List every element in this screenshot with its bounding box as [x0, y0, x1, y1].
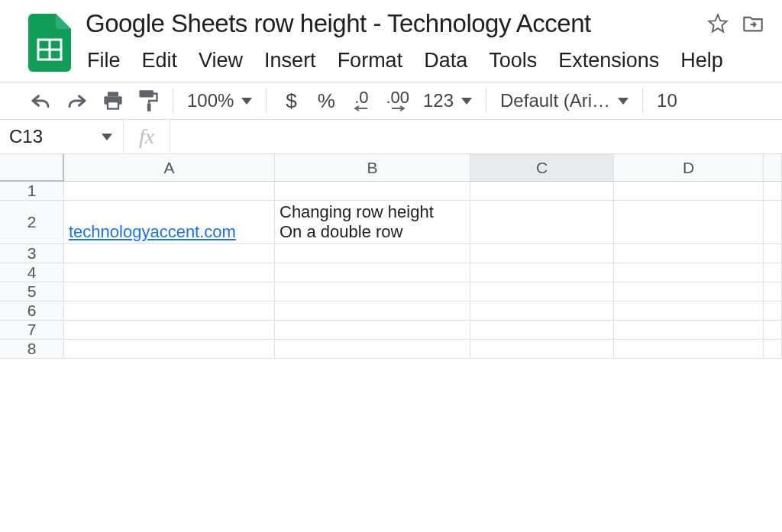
cell-b1[interactable]	[275, 182, 470, 201]
cell-c5[interactable]	[470, 282, 614, 301]
cell-a1[interactable]	[64, 182, 275, 201]
col-head-a[interactable]: A	[64, 154, 275, 182]
cell-e4[interactable]	[764, 263, 782, 282]
menu-bar: File Edit View Insert Format Data Tools …	[84, 41, 767, 79]
col-head-c[interactable]: C	[470, 154, 614, 182]
app-logo[interactable]	[15, 6, 84, 72]
decrease-decimal-button[interactable]: .0	[351, 89, 372, 113]
cell-a7[interactable]	[64, 321, 275, 340]
more-formats-dropdown[interactable]: 123	[423, 90, 472, 111]
arrow-left-icon	[354, 105, 368, 111]
cell-a6[interactable]	[64, 301, 275, 321]
menu-edit[interactable]: Edit	[142, 49, 178, 73]
font-family-dropdown[interactable]: Default (Ari…	[500, 90, 629, 111]
svg-rect-6	[139, 90, 153, 97]
row-head-3[interactable]: 3	[0, 244, 64, 263]
document-title[interactable]: Google Sheets row height - Technology Ac…	[84, 6, 593, 41]
paint-roller-icon	[138, 89, 158, 112]
cell-d8[interactable]	[614, 340, 764, 359]
cell-b3[interactable]	[275, 244, 470, 263]
cell-c8[interactable]	[470, 340, 614, 359]
col-head-b[interactable]: B	[275, 154, 470, 182]
menu-format[interactable]: Format	[338, 49, 403, 73]
cell-e1[interactable]	[764, 182, 782, 201]
formula-bar: C13 fx	[0, 119, 782, 154]
menu-file[interactable]: File	[87, 49, 121, 73]
cell-c7[interactable]	[470, 321, 614, 340]
print-button[interactable]	[102, 89, 124, 113]
paint-format-button[interactable]	[137, 89, 159, 113]
row-head-6[interactable]: 6	[0, 301, 64, 321]
cell-d4[interactable]	[614, 263, 764, 282]
cell-b6[interactable]	[275, 301, 470, 321]
cell-e7[interactable]	[764, 321, 782, 340]
col-head-d[interactable]: D	[614, 154, 764, 182]
cell-c6[interactable]	[470, 301, 614, 321]
cell-a4[interactable]	[64, 263, 275, 282]
row-head-2[interactable]: 2	[0, 201, 64, 244]
cell-a2[interactable]: technologyaccent.com	[64, 201, 275, 244]
cell-b8[interactable]	[275, 340, 470, 359]
header: Google Sheets row height - Technology Ac…	[0, 0, 782, 82]
cell-c4[interactable]	[470, 263, 614, 282]
menu-tools[interactable]: Tools	[489, 49, 537, 73]
cell-b5[interactable]	[275, 282, 470, 301]
undo-icon	[29, 92, 52, 110]
zoom-dropdown[interactable]: 100%	[187, 90, 252, 111]
format-percent-button[interactable]: %	[315, 89, 337, 113]
cell-e3[interactable]	[764, 244, 782, 263]
select-all-corner[interactable]	[0, 154, 64, 182]
cell-e6[interactable]	[764, 301, 782, 321]
cell-b4[interactable]	[275, 263, 470, 282]
fx-icon: fx	[124, 120, 170, 153]
toolbar: 100% $ % .0 .00 123 Default (Ari… 10	[0, 82, 782, 119]
cell-c2[interactable]	[470, 201, 614, 244]
cell-d3[interactable]	[614, 244, 764, 263]
cell-d2[interactable]	[614, 201, 764, 244]
cell-e5[interactable]	[764, 282, 782, 301]
chevron-down-icon	[241, 98, 252, 105]
cell-d5[interactable]	[614, 282, 764, 301]
row-head-1[interactable]: 1	[0, 182, 64, 201]
chevron-down-icon	[618, 98, 629, 105]
formula-input[interactable]	[170, 120, 782, 153]
svg-rect-7	[147, 103, 151, 111]
row-head-5[interactable]: 5	[0, 282, 64, 301]
redo-icon	[66, 92, 89, 110]
name-box[interactable]: C13	[0, 120, 124, 153]
cell-b7[interactable]	[275, 321, 470, 340]
menu-extensions[interactable]: Extensions	[558, 49, 659, 73]
col-head-e[interactable]	[764, 154, 782, 182]
cell-d6[interactable]	[614, 301, 764, 321]
cell-a8[interactable]	[64, 340, 275, 359]
cell-a5[interactable]	[64, 282, 275, 301]
cell-d7[interactable]	[614, 321, 764, 340]
cell-a3[interactable]	[64, 244, 275, 263]
row-head-7[interactable]: 7	[0, 321, 64, 340]
cell-b2[interactable]: Changing row height On a double row	[275, 201, 470, 244]
print-icon	[102, 91, 124, 111]
undo-button[interactable]	[29, 89, 52, 113]
row-head-4[interactable]: 4	[0, 263, 64, 282]
format-currency-button[interactable]: $	[280, 89, 302, 113]
sheets-icon	[28, 14, 71, 72]
font-size-input[interactable]: 10	[657, 90, 677, 111]
star-icon[interactable]	[707, 13, 729, 34]
cell-c3[interactable]	[470, 244, 614, 263]
menu-data[interactable]: Data	[424, 49, 467, 73]
cell-d1[interactable]	[614, 182, 764, 201]
link[interactable]: technologyaccent.com	[69, 222, 236, 242]
increase-decimal-button[interactable]: .00	[386, 89, 409, 113]
cell-e8[interactable]	[764, 340, 782, 359]
zoom-value: 100%	[187, 90, 234, 111]
spreadsheet-grid: A B C D 1 2 technologyaccent.com Changin…	[0, 154, 782, 359]
menu-insert[interactable]: Insert	[264, 49, 316, 73]
cell-e2[interactable]	[764, 201, 782, 244]
cell-c1[interactable]	[470, 182, 614, 201]
svg-rect-3	[108, 92, 118, 96]
redo-button[interactable]	[66, 89, 89, 113]
move-to-folder-icon[interactable]	[742, 13, 764, 34]
menu-view[interactable]: View	[199, 49, 243, 73]
menu-help[interactable]: Help	[680, 49, 723, 73]
row-head-8[interactable]: 8	[0, 340, 64, 359]
